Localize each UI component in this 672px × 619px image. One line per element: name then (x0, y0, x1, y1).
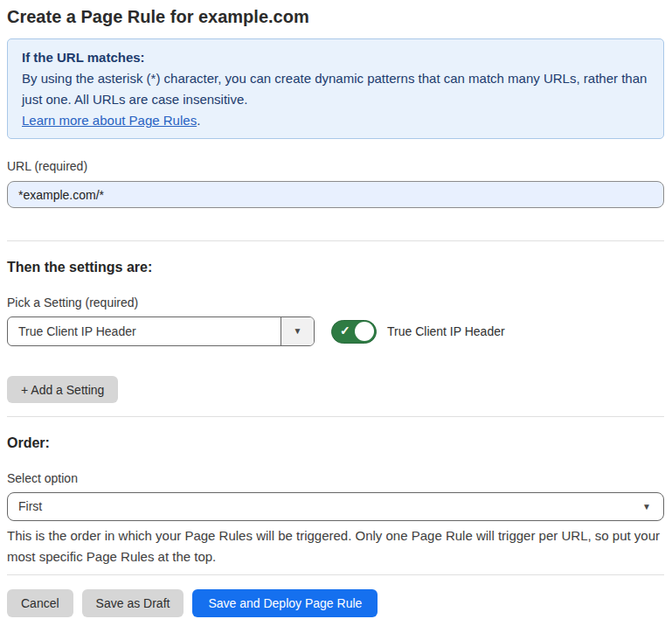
chevron-down-icon: ▼ (294, 327, 302, 336)
setting-select-arrow-button[interactable]: ▼ (281, 317, 314, 345)
url-input[interactable] (7, 181, 664, 208)
pick-setting-label: Pick a Setting (required) (7, 296, 664, 310)
add-setting-button[interactable]: + Add a Setting (7, 376, 118, 403)
save-and-deploy-button[interactable]: Save and Deploy Page Rule (192, 589, 378, 617)
info-box-link-row: Learn more about Page Rules. (22, 110, 649, 131)
order-select[interactable]: First ▼ (7, 492, 664, 521)
section-divider (7, 416, 664, 417)
order-section-heading: Order: (7, 435, 664, 451)
setting-row: True Client IP Header ▼ ✓ True Client IP… (7, 316, 664, 346)
true-client-ip-toggle[interactable]: ✓ (331, 320, 377, 344)
section-divider (7, 574, 664, 575)
url-match-info-box: If the URL matches: By using the asteris… (7, 38, 664, 139)
url-field-label: URL (required) (7, 159, 664, 173)
order-select-value: First (8, 493, 663, 520)
toggle-knob (355, 322, 374, 341)
chevron-down-icon: ▼ (642, 503, 651, 511)
info-box-heading: If the URL matches: (22, 47, 649, 68)
check-icon: ✓ (340, 324, 350, 337)
page-rule-form: Create a Page Rule for example.com If th… (0, 0, 672, 617)
info-box-body: By using the asterisk (*) character, you… (22, 68, 649, 110)
learn-more-link[interactable]: Learn more about Page Rules (22, 113, 197, 128)
section-divider (7, 240, 664, 241)
settings-section-heading: Then the settings are: (7, 260, 664, 275)
setting-select[interactable]: True Client IP Header ▼ (7, 316, 315, 346)
cancel-button[interactable]: Cancel (7, 589, 73, 617)
setting-select-value: True Client IP Header (8, 317, 281, 345)
page-title: Create a Page Rule for example.com (7, 4, 664, 29)
link-suffix: . (197, 113, 200, 128)
footer-buttons: Cancel Save as Draft Save and Deploy Pag… (7, 589, 664, 617)
order-help-text: This is the order in which your Page Rul… (7, 525, 664, 567)
order-select-label: Select option (7, 471, 664, 485)
toggle-label: True Client IP Header (387, 324, 505, 338)
save-as-draft-button[interactable]: Save as Draft (82, 589, 184, 617)
